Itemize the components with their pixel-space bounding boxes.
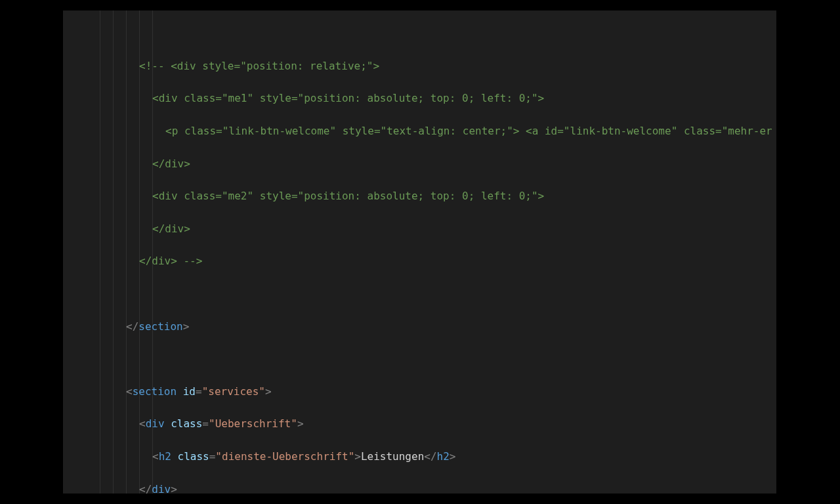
code-line: </div> --> (100, 253, 772, 270)
code-content: <!-- <div style="position: relative;"> <… (63, 10, 772, 494)
code-line: <div class="Ueberschrift"> (100, 416, 772, 432)
code-line: </div> (100, 482, 772, 494)
code-line: </section> (100, 319, 772, 335)
code-line (100, 286, 772, 303)
code-line: <p class="link-btn-welcome" style="text-… (100, 123, 772, 140)
code-line: </div> (100, 221, 772, 238)
code-line: </div> (100, 156, 772, 173)
code-line: <!-- <div style="position: relative;"> (100, 58, 772, 75)
code-line: <section id="services"> (100, 384, 772, 400)
code-line (100, 351, 772, 368)
code-editor[interactable]: <!-- <div style="position: relative;"> <… (63, 10, 776, 494)
code-line: <div class="me2" style="position: absolu… (100, 188, 772, 205)
code-line: <div class="me1" style="position: absolu… (100, 91, 772, 107)
code-line: <h2 class="dienste-Ueberschrift">Leistun… (100, 449, 772, 465)
